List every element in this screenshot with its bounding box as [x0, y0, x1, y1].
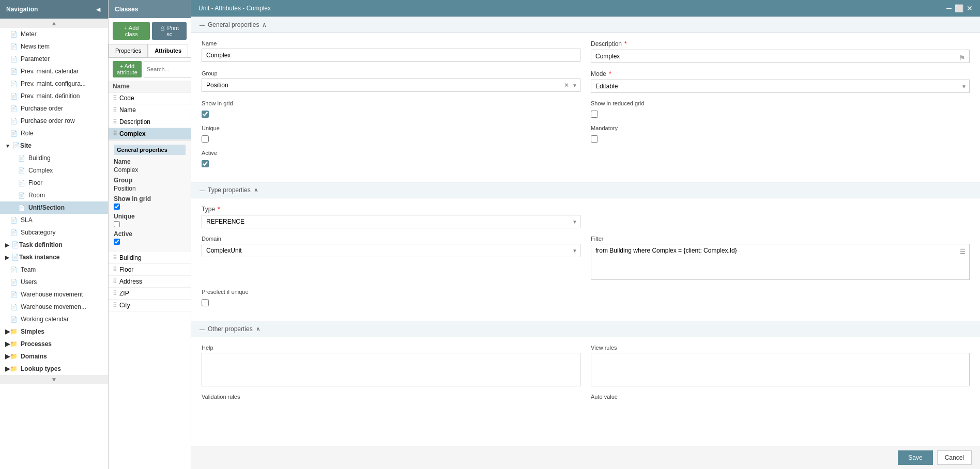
- show-in-grid-checkbox[interactable]: [202, 111, 209, 118]
- sub-unique-checkbox[interactable]: [114, 221, 120, 227]
- group-clear-icon[interactable]: ✕: [564, 82, 569, 89]
- general-section-label: General properties: [208, 21, 259, 28]
- attr-item-complex[interactable]: ⠿ Complex: [109, 128, 191, 140]
- nav-item-label: Users: [21, 278, 37, 286]
- nav-group-site[interactable]: ▼ 📄 Site: [0, 139, 108, 152]
- nav-item-prev-maint-definition[interactable]: 📄 Prev. maint. definition: [0, 90, 108, 102]
- group-select[interactable]: Position: [202, 79, 580, 92]
- nav-item-purchase-order[interactable]: 📄 Purchase order: [0, 102, 108, 115]
- attr-item-building[interactable]: ⠿ Building: [109, 252, 191, 264]
- save-button[interactable]: Save: [898, 450, 932, 465]
- add-class-button[interactable]: + Add class: [113, 22, 150, 40]
- help-viewrules-row: Help View rules: [202, 345, 970, 386]
- other-properties-section-header[interactable]: — Other properties ∧: [191, 321, 980, 337]
- nav-item-label: Warehouse movement: [21, 291, 83, 298]
- cancel-button[interactable]: Cancel: [937, 450, 972, 465]
- view-rules-textarea[interactable]: [591, 353, 970, 386]
- type-props-form: Type * REFERENCE ▼: [191, 198, 980, 321]
- nav-item-subcategory[interactable]: 📄 Subcategory: [0, 226, 108, 239]
- nav-item-working-calendar[interactable]: 📄 Working calendar: [0, 313, 108, 325]
- attr-item-floor[interactable]: ⠿ Floor: [109, 264, 191, 276]
- tab-properties[interactable]: Properties: [109, 44, 148, 57]
- nav-collapse-button[interactable]: ◄: [95, 5, 102, 13]
- show-in-reduced-grid-checkbox[interactable]: [591, 111, 598, 118]
- nav-folder-lookup-types[interactable]: ▶ 📁 Lookup types: [0, 363, 108, 375]
- nav-item-complex[interactable]: 📄 Complex: [0, 164, 108, 177]
- preselect-spacer: [591, 289, 970, 306]
- active-label: Active: [202, 150, 580, 156]
- drag-handle-icon: ⠿: [113, 106, 117, 114]
- doc-icon: 📄: [10, 229, 18, 236]
- unique-checkbox[interactable]: [202, 135, 209, 143]
- attr-col-header: Name: [109, 81, 191, 92]
- description-input[interactable]: [591, 50, 970, 63]
- group-group: Group Position ✕ ▼: [202, 70, 580, 93]
- nav-item-warehouse-movemen[interactable]: 📄 Warehouse movemen...: [0, 301, 108, 313]
- domain-select[interactable]: ComplexUnit: [202, 244, 580, 257]
- sub-active-checkbox[interactable]: [114, 239, 120, 245]
- tab-attributes[interactable]: Attributes: [148, 44, 188, 57]
- maximize-button[interactable]: ⬜: [955, 4, 963, 12]
- type-select[interactable]: REFERENCE: [202, 215, 580, 228]
- nav-item-prev-maint-configura[interactable]: 📄 Prev. maint. configura...: [0, 77, 108, 90]
- mandatory-checkbox[interactable]: [591, 135, 598, 143]
- nav-group-task-instance[interactable]: ▶ 📄 Task instance: [0, 251, 108, 263]
- help-textarea[interactable]: [202, 353, 580, 386]
- nav-scroll-up[interactable]: ▲: [0, 19, 108, 28]
- add-attr-button[interactable]: + Add attribute: [113, 61, 142, 77]
- window-controls: ─ ⬜ ✕: [946, 4, 973, 12]
- general-properties-section-header[interactable]: — General properties ∧: [191, 17, 980, 33]
- nav-folder-processes[interactable]: ▶ 📁 Processes: [0, 338, 108, 350]
- nav-item-news-item[interactable]: 📄 News item: [0, 40, 108, 53]
- attr-item-description[interactable]: ⠿ Description: [109, 116, 191, 128]
- name-input[interactable]: [202, 49, 580, 62]
- minimize-button[interactable]: ─: [946, 4, 952, 12]
- attr-item-name[interactable]: ⠿ Name: [109, 104, 191, 116]
- name-description-row: Name Description * ⚑: [202, 40, 970, 63]
- doc-icon: 📄: [18, 192, 25, 199]
- required-mark: *: [624, 40, 627, 48]
- nav-item-prev-maint-calendar[interactable]: 📄 Prev. maint. calendar: [0, 65, 108, 77]
- nav-item-meter[interactable]: 📄 Meter: [0, 28, 108, 40]
- nav-folder-domains[interactable]: ▶ 📁 Domains: [0, 350, 108, 363]
- nav-item-purchase-order-row[interactable]: 📄 Purchase order row: [0, 115, 108, 127]
- nav-item-warehouse-movement[interactable]: 📄 Warehouse movement: [0, 288, 108, 301]
- auto-value-label: Auto value: [591, 394, 970, 400]
- unique-checkbox-row: [202, 135, 580, 143]
- active-spacer: [591, 150, 970, 167]
- attr-item-address[interactable]: ⠿ Address: [109, 276, 191, 288]
- nav-item-room[interactable]: 📄 Room: [0, 189, 108, 201]
- print-button[interactable]: 🖨 Print sc: [152, 22, 187, 40]
- domain-filter-row: Domain ComplexUnit ▼ Filter from Buildin…: [202, 236, 970, 282]
- nav-scroll-down[interactable]: ▼: [0, 375, 108, 384]
- description-group: Description * ⚑: [591, 40, 970, 63]
- type-section-label: Type properties: [208, 186, 251, 194]
- attr-item-zip[interactable]: ⠿ ZIP: [109, 288, 191, 300]
- nav-folder-simples[interactable]: ▶ 📁 Simples: [0, 325, 108, 338]
- folder-icon: 📁: [10, 365, 18, 372]
- attr-item-city[interactable]: ⠿ City: [109, 300, 191, 311]
- type-properties-section-header[interactable]: — Type properties ∧: [191, 182, 980, 198]
- close-button[interactable]: ✕: [967, 4, 973, 12]
- nav-item-sla[interactable]: 📄 SLA: [0, 214, 108, 226]
- list-icon[interactable]: ☰: [960, 248, 966, 255]
- nav-group-label: Task definition: [19, 241, 63, 248]
- nav-item-label: Purchase order: [21, 105, 63, 112]
- active-checkbox[interactable]: [202, 160, 209, 167]
- show-in-reduced-grid-group: Show in reduced grid: [591, 100, 970, 118]
- preselect-checkbox[interactable]: [202, 299, 209, 306]
- mode-select[interactable]: Editable Read only Hidden: [591, 80, 970, 93]
- sub-show-in-grid-checkbox[interactable]: [114, 204, 120, 210]
- nav-item-floor[interactable]: 📄 Floor: [0, 177, 108, 189]
- nav-group-task-definition[interactable]: ▶ 📄 Task definition: [0, 239, 108, 251]
- nav-item-users[interactable]: 📄 Users: [0, 276, 108, 288]
- filter-textarea[interactable]: from Building where Complex = {client: C…: [591, 244, 970, 280]
- section-arrow-icon: —: [200, 187, 205, 193]
- attr-item-code[interactable]: ⠿ Code: [109, 92, 191, 104]
- nav-item-parameter[interactable]: 📄 Parameter: [0, 53, 108, 65]
- nav-item-building[interactable]: 📄 Building: [0, 152, 108, 164]
- nav-item-role[interactable]: 📄 Role: [0, 127, 108, 139]
- nav-item-team[interactable]: 📄 Team: [0, 263, 108, 276]
- group-select-wrapper: Position ✕ ▼: [202, 79, 580, 92]
- nav-item-unit-section[interactable]: 📄 Unit/Section: [0, 201, 108, 214]
